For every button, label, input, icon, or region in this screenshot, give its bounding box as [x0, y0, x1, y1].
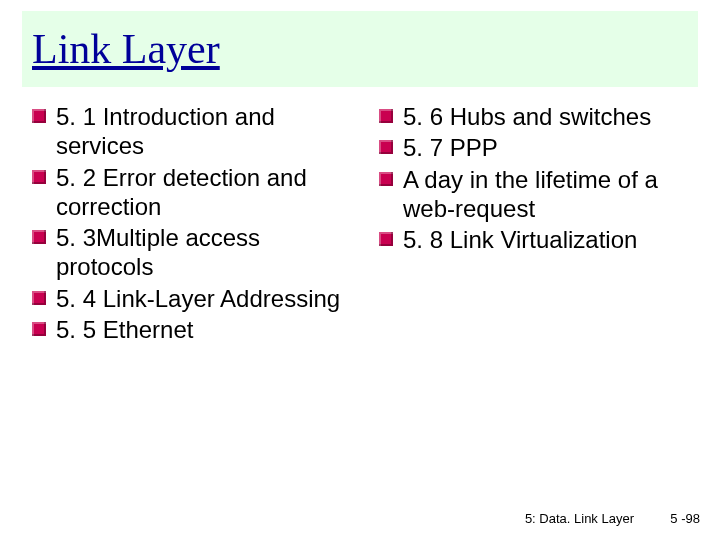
- square-bullet-icon: [32, 230, 46, 244]
- list-item: 5. 4 Link-Layer Addressing: [32, 284, 349, 313]
- list-item: 5. 5 Ethernet: [32, 315, 349, 344]
- list-item-label: 5. 5 Ethernet: [56, 316, 193, 343]
- list-item: 5. 6 Hubs and switches: [379, 102, 696, 131]
- list-item-label: 5. 2 Error detection and correction: [56, 164, 307, 220]
- square-bullet-icon: [32, 322, 46, 336]
- list-item: 5. 1 Introduction and services: [32, 102, 349, 161]
- outline-right: 5. 6 Hubs and switches 5. 7 PPP A day in…: [379, 102, 696, 254]
- list-item: 5. 3Multiple access protocols: [32, 223, 349, 282]
- list-item: A day in the lifetime of a web-request: [379, 165, 696, 224]
- list-item: 5. 8 Link Virtualization: [379, 225, 696, 254]
- list-item-label: 5. 3Multiple access protocols: [56, 224, 260, 280]
- list-item: 5. 7 PPP: [379, 133, 696, 162]
- square-bullet-icon: [379, 140, 393, 154]
- slide-title: Link Layer: [32, 25, 220, 73]
- list-item-label: A day in the lifetime of a web-request: [403, 166, 658, 222]
- list-item-label: 5. 1 Introduction and services: [56, 103, 275, 159]
- list-item-label: 5. 8 Link Virtualization: [403, 226, 637, 253]
- footer-page-number: 5 -98: [670, 511, 700, 526]
- square-bullet-icon: [32, 170, 46, 184]
- list-item-label: 5. 6 Hubs and switches: [403, 103, 651, 130]
- square-bullet-icon: [379, 172, 393, 186]
- square-bullet-icon: [32, 109, 46, 123]
- list-item: 5. 2 Error detection and correction: [32, 163, 349, 222]
- left-column: 5. 1 Introduction and services 5. 2 Erro…: [32, 102, 349, 346]
- list-item-label: 5. 4 Link-Layer Addressing: [56, 285, 340, 312]
- right-column: 5. 6 Hubs and switches 5. 7 PPP A day in…: [379, 102, 696, 346]
- square-bullet-icon: [379, 232, 393, 246]
- footer-chapter: 5: Data. Link Layer: [525, 511, 634, 526]
- list-item-label: 5. 7 PPP: [403, 134, 498, 161]
- content-columns: 5. 1 Introduction and services 5. 2 Erro…: [32, 102, 696, 346]
- slide: Link Layer 5. 1 Introduction and service…: [0, 0, 720, 540]
- title-band: Link Layer: [22, 11, 698, 87]
- outline-left: 5. 1 Introduction and services 5. 2 Erro…: [32, 102, 349, 344]
- square-bullet-icon: [379, 109, 393, 123]
- square-bullet-icon: [32, 291, 46, 305]
